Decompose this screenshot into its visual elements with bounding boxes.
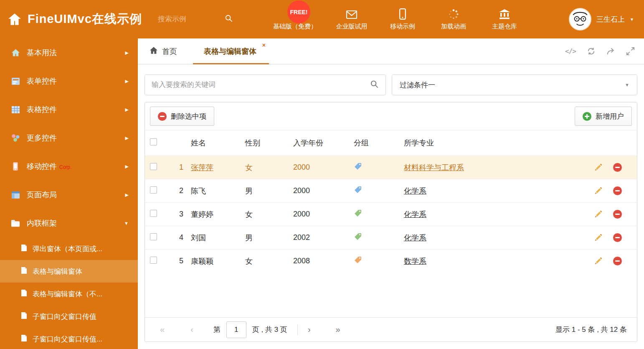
- pagination-bar: « ‹ 第 页 , 共 3 页 › » 显示 1 - 5 条 , 共 12 条: [145, 317, 637, 341]
- expand-icon[interactable]: [626, 47, 635, 56]
- grid-icon: [11, 105, 20, 114]
- sidebar-item-mobile-controls[interactable]: 移动控件 Corp. ▶: [0, 152, 138, 181]
- grid-toolbar: 删除选中项 新增用户: [145, 102, 637, 130]
- share-icon[interactable]: [606, 47, 615, 56]
- nav-label: 企业版试用: [336, 23, 368, 31]
- sidebar-item-basic-usage[interactable]: 基本用法 ▶: [0, 38, 138, 67]
- page-number-input[interactable]: [226, 321, 246, 338]
- main-content: 首页 表格与编辑窗体 × </>: [138, 38, 644, 349]
- filter-dropdown[interactable]: 过滤条件一 ▼: [392, 74, 637, 95]
- tag-icon[interactable]: [354, 209, 404, 219]
- chevron-down-icon: ▼: [625, 82, 629, 87]
- nav-item-theme-repo[interactable]: 主题仓库: [488, 8, 521, 31]
- phone-icon: [11, 162, 20, 171]
- delete-icon[interactable]: [613, 257, 622, 265]
- delete-icon[interactable]: [613, 186, 622, 195]
- select-all-checkbox[interactable]: [150, 138, 157, 145]
- row-checkbox[interactable]: [150, 257, 157, 264]
- sidebar-subitem-grid-edit-window-alt[interactable]: 表格与编辑窗体（不...: [0, 283, 138, 305]
- filter-dropdown-value: 过滤条件一: [400, 80, 435, 90]
- tag-icon[interactable]: [354, 162, 404, 173]
- frame-icon: [11, 219, 20, 228]
- edit-icon[interactable]: [594, 257, 602, 265]
- row-checkbox[interactable]: [150, 210, 157, 217]
- table-row[interactable]: 1 张萍萍 女 2000 材料科学与工程系: [145, 155, 637, 179]
- first-page-button[interactable]: «: [160, 325, 165, 334]
- chevron-right-icon: ▶: [125, 135, 129, 141]
- sidebar-item-page-layout[interactable]: 页面布局 ▶: [0, 181, 138, 209]
- sidebar-item-more-controls[interactable]: 更多控件 ▶: [0, 124, 138, 152]
- tag-icon[interactable]: [354, 186, 404, 196]
- filter-row: 过滤条件一 ▼: [138, 64, 644, 95]
- delete-icon[interactable]: [613, 210, 622, 219]
- table-row[interactable]: 3 董婷婷 女 2000 化学系: [145, 202, 637, 226]
- search-icon[interactable]: [370, 80, 379, 90]
- nav-item-loading-animations[interactable]: 加载动画: [437, 8, 470, 31]
- chevron-right-icon: ▶: [125, 107, 129, 112]
- pager-divider: [297, 324, 298, 335]
- tab-grid-edit-window[interactable]: 表格与编辑窗体 ×: [193, 38, 269, 64]
- close-icon[interactable]: ×: [262, 42, 266, 48]
- edit-icon[interactable]: [594, 234, 602, 242]
- delete-icon[interactable]: [613, 233, 622, 242]
- table-row[interactable]: 5 康颖颖 女 2008 数学系: [145, 249, 637, 273]
- view-source-icon[interactable]: </>: [565, 47, 576, 55]
- add-user-label: 新增用户: [596, 112, 624, 121]
- edit-icon[interactable]: [594, 163, 602, 172]
- user-avatar: [569, 8, 591, 31]
- row-checkbox[interactable]: [150, 163, 157, 170]
- tab-home[interactable]: 首页: [145, 38, 182, 64]
- mail-icon: [346, 8, 357, 20]
- add-user-button[interactable]: 新增用户: [575, 107, 632, 126]
- sidebar-subitem-grid-edit-window[interactable]: 表格与编辑窗体: [0, 260, 138, 283]
- keyword-search-input[interactable]: [152, 81, 370, 89]
- header-search-input[interactable]: [158, 15, 221, 23]
- delete-icon[interactable]: [613, 163, 622, 172]
- refresh-icon[interactable]: [587, 47, 596, 56]
- top-header: FineUIMvc在线示例 FREE! 基础版（免费） 企业版试用: [0, 0, 644, 38]
- sidebar-item-form-controls[interactable]: 表单控件 ▶: [0, 67, 138, 95]
- last-page-button[interactable]: »: [336, 325, 340, 334]
- student-name-link[interactable]: 张萍萍: [191, 163, 245, 173]
- tag-icon[interactable]: [354, 256, 404, 266]
- plus-circle-icon: [583, 112, 591, 121]
- sidebar-item-inline-frame[interactable]: 内联框架 ▼: [0, 209, 138, 237]
- edit-icon[interactable]: [594, 187, 602, 195]
- grid-panel: 删除选中项 新增用户 姓名 性别 入学年份 分组 所学专业: [145, 102, 637, 342]
- chevron-right-icon: ▶: [125, 79, 129, 84]
- row-checkbox[interactable]: [150, 233, 157, 240]
- nav-item-enterprise-trial[interactable]: 企业版试用: [335, 8, 368, 31]
- nav-item-mobile-demo[interactable]: 移动示例: [386, 8, 419, 31]
- major-link[interactable]: 数学系: [404, 257, 426, 265]
- tag-icon[interactable]: [354, 232, 404, 243]
- sidebar-subitem-child-to-parent[interactable]: 子窗口向父窗口传值: [0, 305, 138, 328]
- major-link[interactable]: 化学系: [404, 234, 426, 242]
- edit-icon[interactable]: [594, 210, 602, 219]
- table-row[interactable]: 2 陈飞 男 2000 化学系: [145, 179, 637, 202]
- row-index: 2: [172, 186, 191, 195]
- sidebar-subitem-popup-window[interactable]: 弹出窗体（本页面或...: [0, 237, 138, 260]
- row-checkbox[interactable]: [150, 186, 157, 194]
- column-header-group: 分组: [354, 138, 404, 148]
- chevron-right-icon: ▶: [125, 50, 129, 56]
- user-menu[interactable]: 三生石上 ▼: [569, 8, 634, 31]
- sidebar-subitem-child-to-parent-alt[interactable]: 子窗口向父窗口传值...: [0, 328, 138, 349]
- sidebar-item-grid-controls[interactable]: 表格控件 ▶: [0, 95, 138, 124]
- prev-page-button[interactable]: ‹: [190, 325, 193, 334]
- row-index: 3: [172, 210, 191, 219]
- file-icon: [21, 289, 27, 299]
- major-link[interactable]: 化学系: [404, 210, 426, 219]
- delete-selected-button[interactable]: 删除选中项: [150, 107, 214, 126]
- major-link[interactable]: 化学系: [404, 187, 426, 195]
- layout-icon: [11, 190, 20, 199]
- major-link[interactable]: 材料科学与工程系: [404, 163, 464, 172]
- sidebar-item-label: 更多控件: [27, 133, 57, 143]
- nav-label: 移动示例: [390, 23, 415, 31]
- next-page-button[interactable]: ›: [308, 325, 311, 334]
- table-row[interactable]: 4 刘国 男 2002 化学系: [145, 226, 637, 249]
- search-icon[interactable]: [225, 14, 233, 24]
- column-header-gender: 性别: [245, 138, 293, 148]
- spinner-icon: [448, 8, 459, 20]
- chevron-right-icon: ▶: [125, 192, 129, 198]
- app-logo-home-icon[interactable]: [8, 13, 22, 26]
